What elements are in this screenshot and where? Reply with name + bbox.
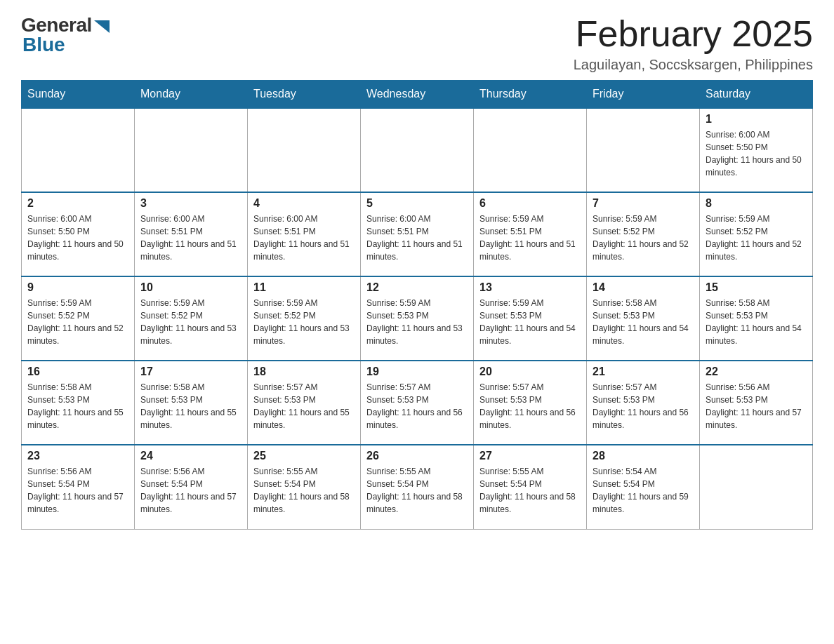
day-info: Sunrise: 5:58 AMSunset: 5:53 PMDaylight:… — [27, 381, 128, 431]
day-info: Sunrise: 6:00 AMSunset: 5:51 PMDaylight:… — [253, 213, 355, 263]
day-info: Sunrise: 5:56 AMSunset: 5:54 PMDaylight:… — [27, 465, 128, 516]
day-info: Sunrise: 5:59 AMSunset: 5:52 PMDaylight:… — [253, 297, 355, 347]
day-info: Sunrise: 5:56 AMSunset: 5:54 PMDaylight:… — [140, 465, 241, 516]
calendar-cell: 22Sunrise: 5:56 AMSunset: 5:53 PMDayligh… — [700, 361, 813, 445]
calendar-cell: 17Sunrise: 5:58 AMSunset: 5:53 PMDayligh… — [135, 361, 248, 445]
day-number: 23 — [27, 450, 128, 462]
calendar-cell — [474, 108, 587, 192]
day-number: 7 — [593, 197, 694, 210]
calendar-cell: 21Sunrise: 5:57 AMSunset: 5:53 PMDayligh… — [587, 361, 700, 445]
calendar-header-wednesday: Wednesday — [361, 81, 474, 109]
calendar-cell: 28Sunrise: 5:54 AMSunset: 5:54 PMDayligh… — [587, 445, 700, 529]
day-info: Sunrise: 5:59 AMSunset: 5:53 PMDaylight:… — [366, 297, 468, 347]
day-info: Sunrise: 5:55 AMSunset: 5:54 PMDaylight:… — [253, 465, 355, 516]
calendar-cell: 26Sunrise: 5:55 AMSunset: 5:54 PMDayligh… — [361, 445, 474, 529]
calendar-cell: 18Sunrise: 5:57 AMSunset: 5:53 PMDayligh… — [248, 361, 361, 445]
logo-arrow-icon — [94, 20, 110, 33]
day-info: Sunrise: 6:00 AMSunset: 5:50 PMDaylight:… — [706, 128, 807, 179]
day-info: Sunrise: 5:57 AMSunset: 5:53 PMDaylight:… — [593, 381, 694, 431]
day-info: Sunrise: 5:57 AMSunset: 5:53 PMDaylight:… — [253, 381, 355, 431]
day-info: Sunrise: 5:59 AMSunset: 5:53 PMDaylight:… — [479, 297, 581, 347]
day-number: 9 — [27, 281, 128, 294]
calendar-week-row: 23Sunrise: 5:56 AMSunset: 5:54 PMDayligh… — [22, 445, 813, 529]
calendar-week-row: 2Sunrise: 6:00 AMSunset: 5:50 PMDaylight… — [22, 192, 813, 276]
day-info: Sunrise: 5:57 AMSunset: 5:53 PMDaylight:… — [479, 381, 581, 431]
calendar-cell: 11Sunrise: 5:59 AMSunset: 5:52 PMDayligh… — [248, 276, 361, 361]
calendar-cell: 25Sunrise: 5:55 AMSunset: 5:54 PMDayligh… — [248, 445, 361, 529]
day-info: Sunrise: 5:58 AMSunset: 5:53 PMDaylight:… — [593, 297, 694, 347]
day-info: Sunrise: 5:59 AMSunset: 5:52 PMDaylight:… — [706, 213, 807, 263]
day-number: 22 — [706, 365, 807, 378]
calendar-header-saturday: Saturday — [700, 81, 813, 109]
day-number: 28 — [593, 450, 694, 462]
day-info: Sunrise: 5:56 AMSunset: 5:53 PMDaylight:… — [706, 381, 807, 431]
month-year-title: February 2025 — [574, 14, 813, 54]
calendar-cell — [22, 108, 135, 192]
calendar-header-sunday: Sunday — [22, 81, 135, 109]
calendar-cell: 2Sunrise: 6:00 AMSunset: 5:50 PMDaylight… — [22, 192, 135, 276]
calendar-cell: 10Sunrise: 5:59 AMSunset: 5:52 PMDayligh… — [135, 276, 248, 361]
day-info: Sunrise: 5:57 AMSunset: 5:53 PMDaylight:… — [366, 381, 468, 431]
calendar-week-row: 1Sunrise: 6:00 AMSunset: 5:50 PMDaylight… — [22, 108, 813, 192]
day-number: 6 — [479, 197, 581, 210]
day-number: 16 — [27, 365, 128, 378]
day-number: 17 — [140, 365, 241, 378]
calendar-cell — [135, 108, 248, 192]
day-info: Sunrise: 5:59 AMSunset: 5:52 PMDaylight:… — [593, 213, 694, 263]
day-number: 8 — [706, 197, 807, 210]
calendar-header-thursday: Thursday — [474, 81, 587, 109]
calendar-cell: 20Sunrise: 5:57 AMSunset: 5:53 PMDayligh… — [474, 361, 587, 445]
calendar-cell: 24Sunrise: 5:56 AMSunset: 5:54 PMDayligh… — [135, 445, 248, 529]
day-number: 5 — [366, 197, 468, 210]
calendar-cell: 14Sunrise: 5:58 AMSunset: 5:53 PMDayligh… — [587, 276, 700, 361]
day-number: 18 — [253, 365, 355, 378]
calendar-cell: 9Sunrise: 5:59 AMSunset: 5:52 PMDaylight… — [22, 276, 135, 361]
calendar-cell: 13Sunrise: 5:59 AMSunset: 5:53 PMDayligh… — [474, 276, 587, 361]
day-info: Sunrise: 5:59 AMSunset: 5:51 PMDaylight:… — [479, 213, 581, 263]
calendar-cell: 1Sunrise: 6:00 AMSunset: 5:50 PMDaylight… — [700, 108, 813, 192]
day-number: 12 — [366, 281, 468, 294]
calendar-week-row: 9Sunrise: 5:59 AMSunset: 5:52 PMDaylight… — [22, 276, 813, 361]
calendar-cell: 27Sunrise: 5:55 AMSunset: 5:54 PMDayligh… — [474, 445, 587, 529]
day-info: Sunrise: 5:58 AMSunset: 5:53 PMDaylight:… — [706, 297, 807, 347]
day-info: Sunrise: 5:55 AMSunset: 5:54 PMDaylight:… — [479, 465, 581, 516]
location-text: Laguilayan, Soccsksargen, Philippines — [574, 57, 813, 73]
day-number: 10 — [140, 281, 241, 294]
calendar-cell: 23Sunrise: 5:56 AMSunset: 5:54 PMDayligh… — [22, 445, 135, 529]
logo-blue-text: Blue — [22, 34, 110, 56]
title-section: February 2025 Laguilayan, Soccsksargen, … — [574, 14, 813, 73]
calendar-cell — [700, 445, 813, 529]
day-number: 4 — [253, 197, 355, 210]
day-number: 1 — [706, 113, 807, 126]
day-number: 3 — [140, 197, 241, 210]
day-number: 27 — [479, 450, 581, 462]
day-number: 19 — [366, 365, 468, 378]
day-info: Sunrise: 5:58 AMSunset: 5:53 PMDaylight:… — [140, 381, 241, 431]
calendar-cell: 6Sunrise: 5:59 AMSunset: 5:51 PMDaylight… — [474, 192, 587, 276]
calendar-week-row: 16Sunrise: 5:58 AMSunset: 5:53 PMDayligh… — [22, 361, 813, 445]
day-number: 14 — [593, 281, 694, 294]
calendar-cell: 4Sunrise: 6:00 AMSunset: 5:51 PMDaylight… — [248, 192, 361, 276]
calendar-cell — [587, 108, 700, 192]
day-info: Sunrise: 6:00 AMSunset: 5:51 PMDaylight:… — [366, 213, 468, 263]
logo: General Blue — [21, 14, 110, 56]
day-number: 25 — [253, 450, 355, 462]
calendar-cell: 5Sunrise: 6:00 AMSunset: 5:51 PMDaylight… — [361, 192, 474, 276]
calendar-header-monday: Monday — [135, 81, 248, 109]
calendar-cell: 12Sunrise: 5:59 AMSunset: 5:53 PMDayligh… — [361, 276, 474, 361]
svg-marker-0 — [94, 20, 110, 33]
page-header: General Blue February 2025 Laguilayan, S… — [21, 14, 813, 73]
day-number: 26 — [366, 450, 468, 462]
calendar-cell: 3Sunrise: 6:00 AMSunset: 5:51 PMDaylight… — [135, 192, 248, 276]
day-info: Sunrise: 5:54 AMSunset: 5:54 PMDaylight:… — [593, 465, 694, 516]
day-info: Sunrise: 5:59 AMSunset: 5:52 PMDaylight:… — [140, 297, 241, 347]
day-info: Sunrise: 5:59 AMSunset: 5:52 PMDaylight:… — [27, 297, 128, 347]
day-number: 21 — [593, 365, 694, 378]
calendar-cell — [248, 108, 361, 192]
calendar-header-tuesday: Tuesday — [248, 81, 361, 109]
day-number: 20 — [479, 365, 581, 378]
day-number: 2 — [27, 197, 128, 210]
calendar-cell: 19Sunrise: 5:57 AMSunset: 5:53 PMDayligh… — [361, 361, 474, 445]
calendar-cell: 16Sunrise: 5:58 AMSunset: 5:53 PMDayligh… — [22, 361, 135, 445]
calendar-cell: 8Sunrise: 5:59 AMSunset: 5:52 PMDaylight… — [700, 192, 813, 276]
